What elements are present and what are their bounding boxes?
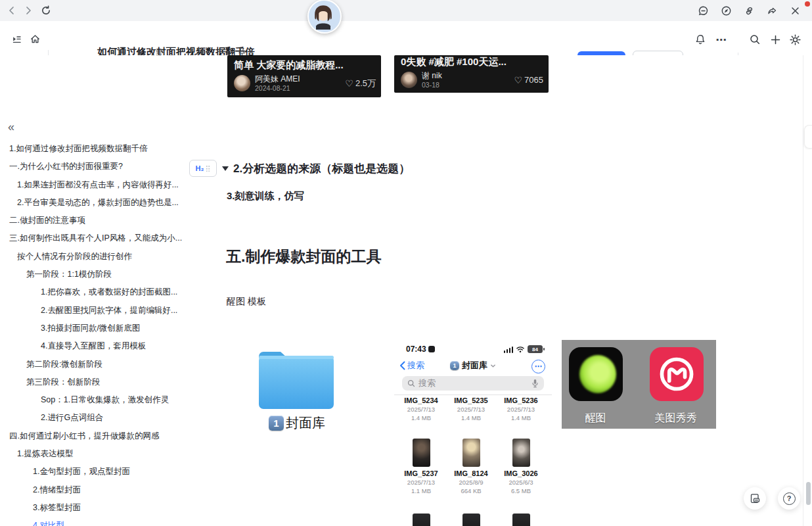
phone-search-field: 搜索 xyxy=(402,376,544,391)
bell-icon[interactable] xyxy=(692,31,709,48)
file-cell: IMG_8124 2025/8/9 664 KB xyxy=(450,439,492,494)
heart-icon: ♡ xyxy=(514,75,523,85)
back-icon[interactable] xyxy=(4,3,20,18)
file-name: IMG_5237 xyxy=(400,469,442,477)
file-name: IMG_8124 xyxy=(450,469,492,477)
file-size: 1.4 MB xyxy=(450,414,492,421)
heading-row: H₂ 2.分析选题的来源（标题也是选题） xyxy=(189,160,410,177)
drag-handle-icon[interactable] xyxy=(206,165,210,172)
meitu-app-label: 美图秀秀 xyxy=(598,412,753,425)
outline-item[interactable]: 第三阶段：创新阶段 xyxy=(0,373,188,391)
post-date: 2024-08-21 xyxy=(255,84,300,92)
battery-icon: 84 xyxy=(528,345,543,353)
outline-item[interactable]: 2.情绪型封面 xyxy=(0,481,188,499)
outline-item[interactable]: 3.拍摄封面同款/微创新底图 xyxy=(0,320,188,337)
forward-icon[interactable] xyxy=(20,3,36,18)
file-name: IMG_5234 xyxy=(400,396,442,404)
file-size: 664 KB xyxy=(450,487,492,494)
compass-icon[interactable] xyxy=(718,3,734,18)
chevron-down-icon xyxy=(490,363,496,369)
outline-item[interactable]: 第二阶段:微创新阶段 xyxy=(0,356,188,373)
outline-item[interactable]: 1.金句型封面，观点型封面 xyxy=(0,463,188,481)
scrollbar-thumb[interactable] xyxy=(806,482,811,505)
outline-item-active[interactable]: 4.对比型 xyxy=(0,517,188,526)
help-button[interactable]: ? xyxy=(778,487,800,510)
feedback-button[interactable] xyxy=(744,487,766,510)
file-thumbnail xyxy=(462,439,480,467)
file-name: IMG_3026 xyxy=(500,469,542,477)
outline-item[interactable]: 2.平台审美是动态的，爆款封面的趋势也是... xyxy=(0,194,188,212)
collapse-triangle-icon[interactable] xyxy=(222,166,229,171)
comment-icon[interactable] xyxy=(695,3,711,18)
mic-icon xyxy=(531,379,539,388)
outline-item[interactable]: 2.进行G点词组合 xyxy=(0,409,188,427)
file-date: 2025/8/9 xyxy=(450,479,492,486)
cellular-icon xyxy=(504,347,514,353)
heading-practice: 3.刻意训练，仿写 xyxy=(227,190,304,203)
file-cell: IMG_5235 2025/7/13 1.4 MB xyxy=(450,396,492,421)
app-icons-image[interactable]: 醒图 美图秀秀 xyxy=(562,340,716,429)
author-avatar xyxy=(401,72,417,88)
home-icon[interactable] xyxy=(26,30,43,47)
file-cell: IMG_5237 2025/7/13 1.1 MB xyxy=(400,439,442,494)
outline-toggle-icon[interactable] xyxy=(8,30,25,47)
window-controls xyxy=(695,3,803,18)
file-date: 2025/7/13 xyxy=(450,406,492,413)
refresh-icon[interactable] xyxy=(38,3,54,18)
file-date: 2025/7/13 xyxy=(400,479,442,486)
outline-item[interactable]: 第一阶段：1:1模仿阶段 xyxy=(0,266,188,283)
add-icon[interactable] xyxy=(767,31,784,48)
outline-item[interactable]: Sop：1.日常收集爆款，激发创作灵 xyxy=(0,391,188,409)
share-icon[interactable] xyxy=(764,3,780,18)
outline-item[interactable]: 四.如何通过刷小红书，提升做爆款的网感 xyxy=(0,427,188,445)
likes: ♡ 2.5万 xyxy=(345,78,376,89)
outline-item[interactable]: 按个人情况有分阶段的进行创作 xyxy=(0,248,188,266)
paragraph-text: 醒图 模板 xyxy=(227,296,266,308)
file-date: 2025/7/13 xyxy=(400,406,442,413)
user-avatar[interactable] xyxy=(307,0,342,34)
question-icon: ? xyxy=(783,492,796,505)
outline-item[interactable]: 2.去醒图里找同款字体，提前编辑好... xyxy=(0,302,188,320)
author-block: 谢 nik 03-18 xyxy=(422,72,442,89)
file-date: 2025/6/3 xyxy=(500,479,542,486)
author-name: 谢 nik xyxy=(422,72,442,81)
outline-item[interactable]: 二.做封面的注意事项 xyxy=(0,212,188,229)
file-thumbnail xyxy=(512,514,530,526)
phone-screenshot-image[interactable]: 07:43 84 搜索 1 封面库 xyxy=(394,340,552,526)
outline-item[interactable]: 1.把你喜欢，或者数据好的封面截图... xyxy=(0,283,188,301)
file-cell xyxy=(400,514,442,526)
file-size: 6.5 MB xyxy=(500,487,542,494)
more-icon[interactable]: ⋯ xyxy=(713,31,730,48)
file-name: IMG_5235 xyxy=(450,396,492,404)
outline-item[interactable]: 三.如何制作出既具有个人IP风格，又能成为小... xyxy=(0,229,188,247)
more-label: ⋯ xyxy=(716,34,727,46)
note-card-title: 0失败 #减肥 #100天运... xyxy=(401,56,507,68)
outline-item[interactable]: 一.为什么小红书的封面很重要? xyxy=(0,158,188,176)
close-icon[interactable] xyxy=(787,3,803,18)
outline-item[interactable]: 1.提炼表达模型 xyxy=(0,445,188,463)
outline-item[interactable]: 4.直接导入至醒图，套用模板 xyxy=(0,337,188,355)
phone-more-icon: ⋯ xyxy=(531,360,545,373)
file-cell xyxy=(500,514,542,526)
settings-gear-icon[interactable] xyxy=(786,31,803,48)
outline-item[interactable]: 3.标签型封面 xyxy=(0,499,188,517)
sidebar-collapse-button[interactable]: « xyxy=(8,121,14,133)
panel-handle[interactable] xyxy=(804,125,812,149)
file-thumbnail xyxy=(512,439,530,467)
note-card[interactable]: 简单 大家要的减脂教程... 阿美妹 AMEI 2024-08-21 ♡ 2.5… xyxy=(227,55,381,97)
outline-item[interactable]: 1.如何通过修改封面把视频数据翻千倍 xyxy=(0,140,188,158)
search-icon[interactable] xyxy=(746,31,763,48)
heading-level-badge[interactable]: H₂ xyxy=(189,160,217,177)
feedback-icon xyxy=(750,493,761,504)
panel-edge xyxy=(803,55,803,526)
file-name: IMG_5236 xyxy=(500,396,542,404)
status-time: 07:43 xyxy=(406,345,435,354)
notification-dot xyxy=(805,1,810,7)
outline-item[interactable]: 1.如果连封面都没有点击率，内容做得再好... xyxy=(0,176,188,194)
link-icon[interactable] xyxy=(741,3,757,18)
folder-image[interactable]: 1 封面库 xyxy=(254,346,340,432)
status-icons: 84 xyxy=(504,345,543,353)
outline-sidebar: « 1.如何通过修改封面把视频数据翻千倍 一.为什么小红书的封面很重要? 1.如… xyxy=(0,55,188,526)
file-cell xyxy=(450,514,492,526)
note-card[interactable]: 0失败 #减肥 #100天运... 谢 nik 03-18 ♡ 7065 xyxy=(394,55,549,93)
